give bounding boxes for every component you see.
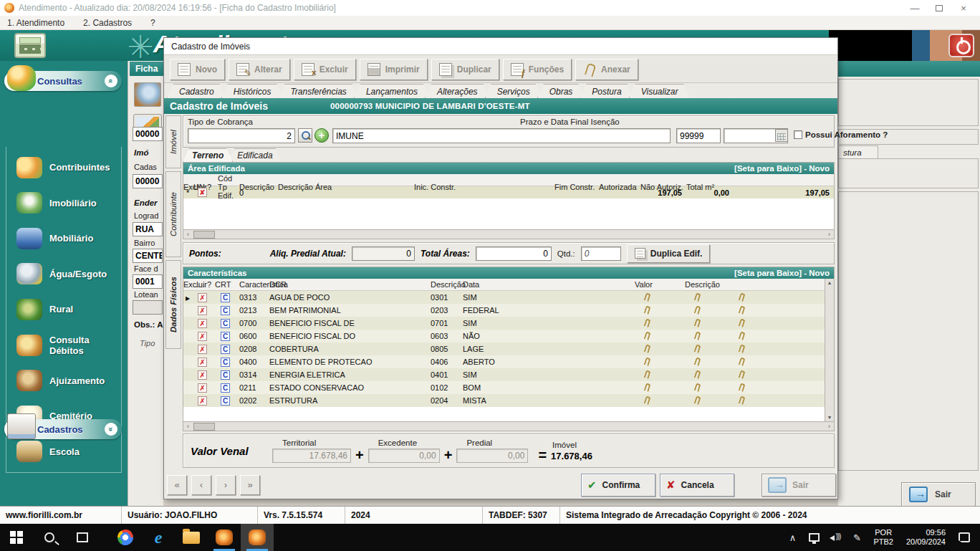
delete-row-icon[interactable]: ✗ xyxy=(198,332,207,341)
caracteristica-row[interactable]: ✗ C 0211 ESTADO CONSERVACAO 0102 BOM xyxy=(183,381,825,394)
start-button[interactable] xyxy=(0,524,33,551)
prev-record-icon[interactable]: ‹ xyxy=(191,475,211,495)
data-clip-icon[interactable] xyxy=(643,344,650,354)
dialog-tab[interactable]: Lançamentos xyxy=(354,84,430,98)
valor-clip-icon[interactable] xyxy=(693,344,701,354)
caracteristica-row[interactable]: ✗ C 0313 AGUA DE POCO 0301 SIM xyxy=(183,291,825,304)
toolbar-button[interactable]: Imprimir xyxy=(360,59,428,80)
descricao-clip-icon[interactable] xyxy=(738,396,745,406)
caracteristica-row[interactable]: ✗ C 0208 COBERTURA 0805 LAGE xyxy=(183,342,825,355)
valor-clip-icon[interactable] xyxy=(693,305,701,315)
caracteristica-row[interactable]: ✗ C 0700 BENEFICIO FISCAL DE 0701 SIM xyxy=(183,317,825,330)
side-tab-imovel[interactable]: Imóvel xyxy=(165,115,181,168)
delete-row-icon[interactable]: ✗ xyxy=(198,319,207,328)
valor-clip-icon[interactable] xyxy=(693,292,701,302)
scroll-up-icon[interactable]: ▲ xyxy=(827,280,832,285)
prazo-field[interactable]: 99999 xyxy=(676,128,721,143)
dialog-tab[interactable]: Transferências xyxy=(278,84,358,98)
last-record-icon[interactable]: » xyxy=(240,475,260,495)
c-icon[interactable]: C xyxy=(221,319,230,328)
scroll-right-icon[interactable]: › xyxy=(825,231,834,238)
valor-clip-icon[interactable] xyxy=(693,331,701,341)
scroll-right-icon[interactable]: › xyxy=(825,423,834,430)
task-view-button[interactable] xyxy=(66,524,99,551)
delete-row-icon[interactable]: ✗ xyxy=(198,358,207,367)
confirma-button[interactable]: ✔ Confirma xyxy=(581,474,655,497)
descricao-clip-icon[interactable] xyxy=(738,292,745,302)
sidebar-item[interactable]: Rural xyxy=(6,299,121,320)
scroll-down-icon[interactable]: ▼ xyxy=(827,415,832,420)
menu-item[interactable]: ? xyxy=(150,18,155,28)
caracteristica-row[interactable]: ✗ C 0314 ENERGIA ELETRICA 0401 SIM xyxy=(183,368,825,381)
data-clip-icon[interactable] xyxy=(643,396,650,406)
c-icon[interactable]: C xyxy=(221,306,230,315)
ie-button[interactable]: e xyxy=(142,524,175,551)
scrollbar-thumb[interactable] xyxy=(193,423,215,431)
search-icon[interactable] xyxy=(298,128,312,143)
descricao-clip-icon[interactable] xyxy=(738,383,745,393)
sub-tab[interactable]: Terreno xyxy=(183,148,233,162)
network-icon[interactable] xyxy=(804,524,823,551)
cancela-button[interactable]: ✘ Cancela xyxy=(660,474,734,497)
minimize-button[interactable]: — xyxy=(903,1,927,14)
sidebar-item[interactable]: Imobiliário xyxy=(6,192,121,214)
explorer-button[interactable] xyxy=(175,524,208,551)
dialog-tab[interactable]: Serviços xyxy=(485,84,542,98)
logradouro-field[interactable]: RUA xyxy=(133,222,163,236)
add-icon[interactable]: + xyxy=(314,128,329,143)
volume-icon[interactable] xyxy=(826,524,845,551)
aliq-field[interactable]: 0 xyxy=(352,246,415,261)
sidebar-item[interactable]: Água/Esgoto xyxy=(6,263,121,284)
close-button[interactable]: × xyxy=(951,1,976,14)
toolbar-button[interactable]: Anexar xyxy=(575,59,638,80)
aforamento-checkbox[interactable] xyxy=(794,130,802,139)
c-icon[interactable]: C xyxy=(221,370,230,380)
taskbar-search-button[interactable] xyxy=(33,524,66,551)
caracteristicas-horizontal-scrollbar[interactable]: ‹ › xyxy=(183,421,834,431)
data-clip-icon[interactable] xyxy=(643,331,650,341)
descricao-clip-icon[interactable] xyxy=(738,318,745,328)
cobranca-descricao-field[interactable]: IMUNE xyxy=(332,128,671,143)
side-tab-contribuinte[interactable]: Contribuinte xyxy=(165,171,181,257)
cobranca-code-field[interactable]: 2 xyxy=(188,128,295,143)
duplica-edif-button[interactable]: Duplica Edif. xyxy=(627,244,711,263)
pen-icon[interactable]: ✎ xyxy=(847,524,866,551)
sub-tab[interactable]: Edificada xyxy=(228,148,282,162)
sidebar-item[interactable]: Escola xyxy=(6,441,121,462)
c-icon[interactable]: C xyxy=(221,383,230,393)
c-icon[interactable]: C xyxy=(221,358,230,367)
descricao-clip-icon[interactable] xyxy=(738,357,745,367)
chrome-button[interactable] xyxy=(109,524,142,551)
total-areas-field[interactable]: 0 xyxy=(476,246,552,261)
data-clip-icon[interactable] xyxy=(643,292,650,302)
sidebar-group-consultas[interactable]: Consultas « xyxy=(4,71,122,91)
fiorilli-app-button-active[interactable] xyxy=(241,524,274,551)
maximize-button[interactable] xyxy=(927,1,951,14)
dialog-tab[interactable]: Alterações xyxy=(425,84,490,98)
delete-row-icon[interactable]: ✘ xyxy=(198,188,207,197)
language-indicator[interactable]: POR PTB2 xyxy=(869,528,898,547)
dialog-tab[interactable]: Cadastro xyxy=(167,84,226,98)
menu-item[interactable]: 1. Atendimento xyxy=(7,18,64,28)
sidebar-item[interactable]: Contribuintes xyxy=(6,157,121,178)
c-icon[interactable]: C xyxy=(221,293,230,302)
data-clip-icon[interactable] xyxy=(643,370,650,380)
data-clip-icon[interactable] xyxy=(643,383,650,393)
scrollbar-thumb[interactable] xyxy=(193,231,215,239)
delete-row-icon[interactable]: ✗ xyxy=(198,293,207,302)
delete-row-icon[interactable]: ✗ xyxy=(198,306,207,315)
valor-clip-icon[interactable] xyxy=(693,318,701,328)
dialog-tab[interactable]: Visualizar xyxy=(629,84,691,98)
next-record-icon[interactable]: › xyxy=(216,475,236,495)
toolbar-button[interactable]: Funções xyxy=(503,59,572,80)
side-tab-dados-fisicos[interactable]: Dados Físicos xyxy=(165,260,181,349)
registro-field[interactable]: 00000 xyxy=(133,127,163,141)
stamp-icon[interactable] xyxy=(134,82,161,107)
c-icon[interactable]: C xyxy=(221,396,230,406)
toolbar-button[interactable]: Duplicar xyxy=(431,59,499,80)
tab-ficha[interactable]: Ficha xyxy=(130,62,163,76)
power-icon[interactable] xyxy=(948,34,974,57)
descricao-clip-icon[interactable] xyxy=(738,344,745,354)
delete-row-icon[interactable]: ✗ xyxy=(198,396,207,406)
bairro-field[interactable]: CENTE xyxy=(133,249,163,263)
